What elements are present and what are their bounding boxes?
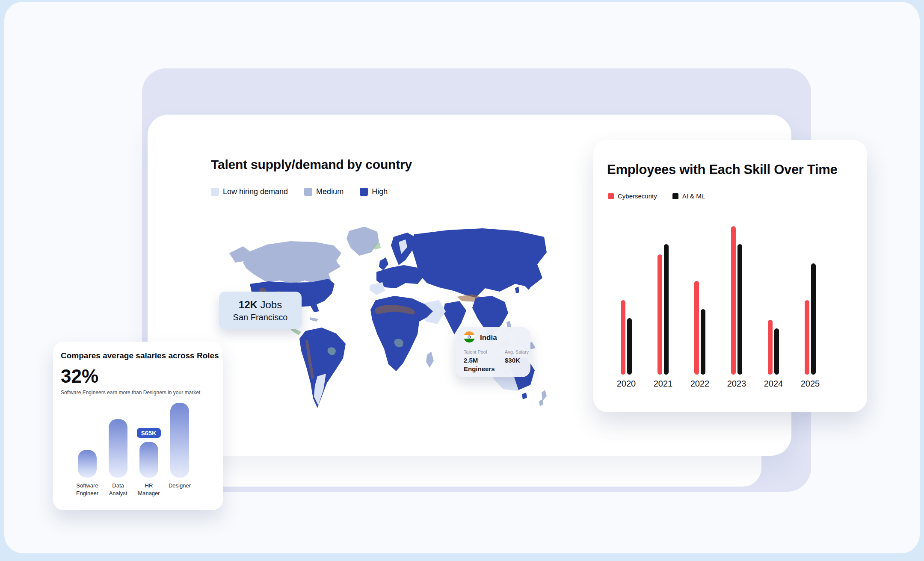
india-tooltip: India Talent Pool 2.5M Engineers Avg. Sa…	[456, 327, 530, 377]
skills-bar-group: 2021	[645, 225, 681, 389]
salary-bar-column: Data Analyst	[103, 387, 133, 497]
salary-badge: $65K	[137, 428, 161, 438]
bar-ai-ml-2023[interactable]	[737, 244, 742, 375]
bar-ai-ml-2024[interactable]	[774, 328, 779, 375]
bar-hr-manager[interactable]	[139, 442, 158, 478]
skills-bar-group: 2023	[718, 225, 755, 389]
country-name: India	[480, 334, 497, 342]
legend-item-ai-ml[interactable]: AI & ML	[672, 192, 705, 200]
skills-card-title: Employees with Each Skill Over Time	[607, 162, 838, 177]
salary-bar-column: Designer	[164, 387, 195, 497]
skills-bar-group: 2020	[608, 225, 645, 389]
x-tick-label: Software Engineer	[72, 482, 103, 497]
legend-item-medium[interactable]: Medium	[304, 187, 344, 196]
salary-stat: 32%	[61, 366, 98, 387]
india-flag-icon	[464, 331, 475, 344]
skills-bar-group: 2025	[792, 225, 829, 389]
legend-item-low[interactable]: Low hiring demand	[211, 187, 288, 196]
skills-bar-group: 2024	[755, 225, 792, 389]
x-tick-label: 2022	[690, 379, 710, 389]
talent-pool-label: Talent Pool	[464, 349, 505, 354]
jobs-value: 12K Jobs	[239, 299, 282, 311]
bar-cybersecurity-2025[interactable]	[805, 300, 809, 375]
bar-ai-ml-2020[interactable]	[627, 318, 632, 375]
x-tick-label: 2020	[617, 379, 636, 389]
salary-bar-column: $65KHR Manager	[133, 387, 164, 497]
skills-legend: Cybersecurity AI & ML	[608, 192, 705, 200]
bar-cybersecurity-2024[interactable]	[768, 320, 773, 375]
avg-salary-label: Avg. Salary	[505, 349, 530, 354]
legend-label: High	[372, 187, 388, 196]
x-tick-label: Designer	[164, 482, 195, 490]
bar-data-analyst[interactable]	[109, 419, 127, 478]
jobs-unit: Jobs	[258, 299, 282, 310]
map-card-title: Talent supply/demand by country	[211, 157, 412, 172]
x-tick-label: HR Manager	[133, 482, 164, 497]
page: Talent supply/demand by country Low hiri…	[0, 0, 924, 561]
legend-swatch-high-icon	[360, 188, 368, 196]
bar-cybersecurity-2022[interactable]	[694, 281, 699, 375]
skills-bar-group: 2022	[681, 225, 718, 389]
x-tick-label: 2023	[727, 379, 746, 389]
talent-pool-value: 2.5M Engineers	[464, 356, 495, 373]
legend-swatch-cybersecurity-icon	[608, 193, 614, 199]
salary-bar-column: Software Engineer	[72, 387, 103, 497]
legend-item-high[interactable]: High	[360, 187, 388, 196]
bar-cybersecurity-2023[interactable]	[731, 226, 736, 375]
san-francisco-tooltip: 12K Jobs San Francisco	[219, 292, 302, 329]
salary-card-title: Compares average salaries across Roles	[61, 351, 219, 360]
skills-over-time-card: Employees with Each Skill Over Time Cybe…	[593, 140, 867, 412]
legend-swatch-ai-ml-icon	[672, 193, 678, 199]
salary-chart: Software EngineerData Analyst$65KHR Mana…	[72, 387, 195, 497]
avg-salary-value: $30K	[505, 356, 536, 365]
skills-chart: 202020212022202320242025	[608, 225, 829, 389]
jobs-count: 12K	[239, 299, 258, 310]
bar-cybersecurity-2020[interactable]	[621, 300, 625, 375]
x-tick-label: 2025	[801, 379, 820, 389]
bar-ai-ml-2025[interactable]	[811, 263, 816, 375]
bar-designer[interactable]	[170, 403, 189, 478]
legend-label: Cybersecurity	[618, 192, 657, 200]
bar-ai-ml-2021[interactable]	[664, 244, 669, 375]
bar-software-engineer[interactable]	[78, 450, 97, 478]
x-tick-label: 2024	[764, 379, 783, 389]
legend-item-cybersecurity[interactable]: Cybersecurity	[608, 192, 657, 200]
city-label: San Francisco	[233, 313, 288, 322]
legend-label: Low hiring demand	[223, 187, 288, 196]
bar-ai-ml-2022[interactable]	[701, 309, 705, 375]
x-tick-label: Data Analyst	[103, 482, 133, 497]
legend-swatch-medium-icon	[304, 188, 312, 196]
salary-compare-card: Compares average salaries across Roles 3…	[53, 342, 223, 510]
legend-swatch-low-icon	[211, 188, 219, 196]
legend-label: AI & ML	[682, 192, 705, 200]
map-legend: Low hiring demand Medium High	[211, 187, 388, 196]
x-tick-label: 2021	[654, 379, 673, 389]
legend-label: Medium	[316, 187, 344, 196]
bar-cybersecurity-2021[interactable]	[657, 254, 662, 375]
